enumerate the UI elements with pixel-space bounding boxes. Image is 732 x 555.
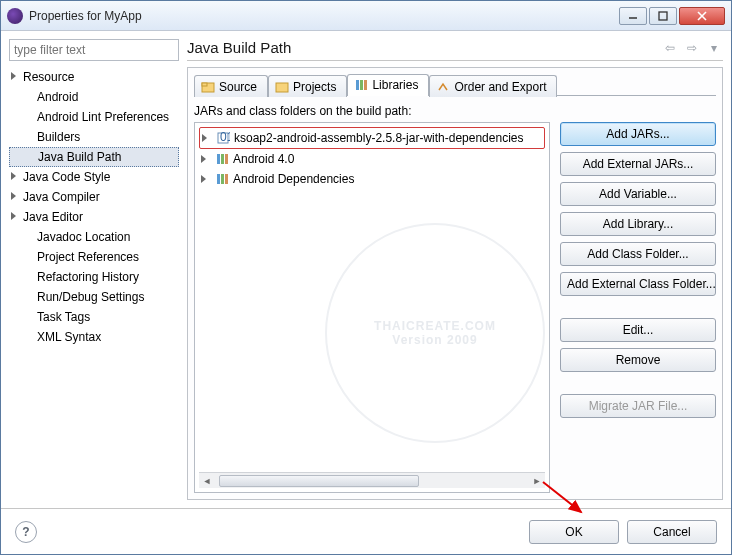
svg-text:010: 010 (220, 131, 230, 144)
svg-rect-5 (202, 83, 207, 86)
edit-button[interactable]: Edit... (560, 318, 716, 342)
chevron-right-icon (11, 172, 16, 180)
tree-label: Java Build Path (38, 150, 121, 164)
minimize-button[interactable] (619, 7, 647, 25)
tree-label: Android Lint Preferences (37, 110, 169, 124)
tree-item-java-editor[interactable]: Java Editor (9, 207, 179, 227)
tree-item-java-code-style[interactable]: Java Code Style (9, 167, 179, 187)
svg-rect-6 (276, 83, 288, 92)
add-external-jars-button[interactable]: Add External JARs... (560, 152, 716, 176)
tree-label: Javadoc Location (37, 230, 130, 244)
libraries-icon (354, 78, 368, 92)
button-column: Add JARs... Add External JARs... Add Var… (560, 122, 716, 493)
tree-item-java-build-path[interactable]: Java Build Path (9, 147, 179, 167)
nav-arrows: ⇦ ⇨ ▾ (661, 40, 723, 56)
watermark-line: THAICREATE.COM (374, 319, 496, 333)
scroll-left-icon[interactable]: ◄ (199, 474, 215, 488)
tree-label: Java Editor (23, 210, 83, 224)
tree-item-android-lint[interactable]: Android Lint Preferences (9, 107, 179, 127)
svg-rect-13 (221, 154, 224, 164)
list-item-ksoap-jar[interactable]: 010ksoap2-android-assembly-2.5.8-jar-wit… (199, 127, 545, 149)
watermark: THAICREATE.COM Version 2009 (325, 223, 545, 443)
watermark-line: Version 2009 (392, 333, 477, 347)
tab-projects[interactable]: Projects (268, 75, 347, 97)
menu-arrow[interactable]: ▾ (705, 40, 723, 56)
jar-list[interactable]: THAICREATE.COM Version 2009 010ksoap2-an… (194, 122, 550, 493)
jar-icon: 010 (216, 131, 230, 145)
left-panel: Resource Android Android Lint Preference… (9, 39, 179, 500)
chevron-right-icon (201, 175, 206, 183)
tree-label: Run/Debug Settings (37, 290, 144, 304)
chevron-right-icon (201, 155, 206, 163)
list-item-label: Android 4.0 (233, 151, 294, 167)
list-item-label: ksoap2-android-assembly-2.5.8-jar-with-d… (234, 130, 523, 146)
maximize-button[interactable] (649, 7, 677, 25)
page-header: Java Build Path ⇦ ⇨ ▾ (187, 39, 723, 61)
tab-source[interactable]: Source (194, 75, 268, 97)
tree-item-java-compiler[interactable]: Java Compiler (9, 187, 179, 207)
svg-rect-12 (217, 154, 220, 164)
window-buttons (619, 7, 725, 25)
add-external-class-folder-button[interactable]: Add External Class Folder... (560, 272, 716, 296)
chevron-right-icon (11, 72, 16, 80)
help-button[interactable]: ? (15, 521, 37, 543)
tree-label: Java Compiler (23, 190, 100, 204)
add-variable-button[interactable]: Add Variable... (560, 182, 716, 206)
tab-label: Order and Export (454, 80, 546, 94)
tree-item-task-tags[interactable]: Task Tags (9, 307, 179, 327)
tree-label: XML Syntax (37, 330, 101, 344)
tab-order-export[interactable]: Order and Export (429, 75, 557, 97)
dialog-body: Resource Android Android Lint Preference… (1, 31, 731, 508)
close-button[interactable] (679, 7, 725, 25)
libraries-pane: THAICREATE.COM Version 2009 010ksoap2-an… (194, 122, 716, 493)
svg-rect-9 (364, 80, 367, 90)
back-button[interactable]: ⇦ (661, 40, 679, 56)
dialog-footer: ? OK Cancel (1, 508, 731, 554)
horizontal-scrollbar[interactable]: ◄ ► (199, 472, 545, 488)
add-class-folder-button[interactable]: Add Class Folder... (560, 242, 716, 266)
tree-item-android[interactable]: Android (9, 87, 179, 107)
list-item-android-deps[interactable]: Android Dependencies (199, 169, 545, 189)
list-item-android[interactable]: Android 4.0 (199, 149, 545, 169)
tree-item-project-refs[interactable]: Project References (9, 247, 179, 267)
forward-button[interactable]: ⇨ (683, 40, 701, 56)
tree-item-resource[interactable]: Resource (9, 67, 179, 87)
scroll-right-icon[interactable]: ► (529, 474, 545, 488)
right-panel: Java Build Path ⇦ ⇨ ▾ Source Projects Li… (187, 39, 723, 500)
tree-item-refactoring[interactable]: Refactoring History (9, 267, 179, 287)
tree-item-javadoc[interactable]: Javadoc Location (9, 227, 179, 247)
filter-input[interactable] (9, 39, 179, 61)
svg-rect-7 (356, 80, 359, 90)
tree-label: Task Tags (37, 310, 90, 324)
tab-libraries[interactable]: Libraries (347, 74, 429, 96)
scroll-thumb[interactable] (219, 475, 419, 487)
ok-button[interactable]: OK (529, 520, 619, 544)
tree-label: Resource (23, 70, 74, 84)
tab-label: Libraries (372, 78, 418, 92)
cancel-button[interactable]: Cancel (627, 520, 717, 544)
tree-label: Project References (37, 250, 139, 264)
properties-window: Properties for MyApp Resource Android An… (0, 0, 732, 555)
category-tree[interactable]: Resource Android Android Lint Preference… (9, 67, 179, 500)
migrate-jar-button[interactable]: Migrate JAR File... (560, 394, 716, 418)
list-item-label: Android Dependencies (233, 171, 354, 187)
remove-button[interactable]: Remove (560, 348, 716, 372)
page-content: Source Projects Libraries Order and Expo… (187, 67, 723, 500)
svg-rect-8 (360, 80, 363, 90)
svg-rect-17 (225, 174, 228, 184)
tree-label: Refactoring History (37, 270, 139, 284)
add-jars-button[interactable]: Add JARs... (560, 122, 716, 146)
order-export-icon (436, 80, 450, 94)
tree-item-run-debug[interactable]: Run/Debug Settings (9, 287, 179, 307)
chevron-right-icon (11, 212, 16, 220)
tree-item-xml-syntax[interactable]: XML Syntax (9, 327, 179, 347)
titlebar[interactable]: Properties for MyApp (1, 1, 731, 31)
tree-label: Builders (37, 130, 80, 144)
footer-buttons: OK Cancel (529, 520, 717, 544)
chevron-right-icon (11, 192, 16, 200)
tab-label: Source (219, 80, 257, 94)
add-library-button[interactable]: Add Library... (560, 212, 716, 236)
tree-item-builders[interactable]: Builders (9, 127, 179, 147)
library-icon (215, 152, 229, 166)
tab-label: Projects (293, 80, 336, 94)
